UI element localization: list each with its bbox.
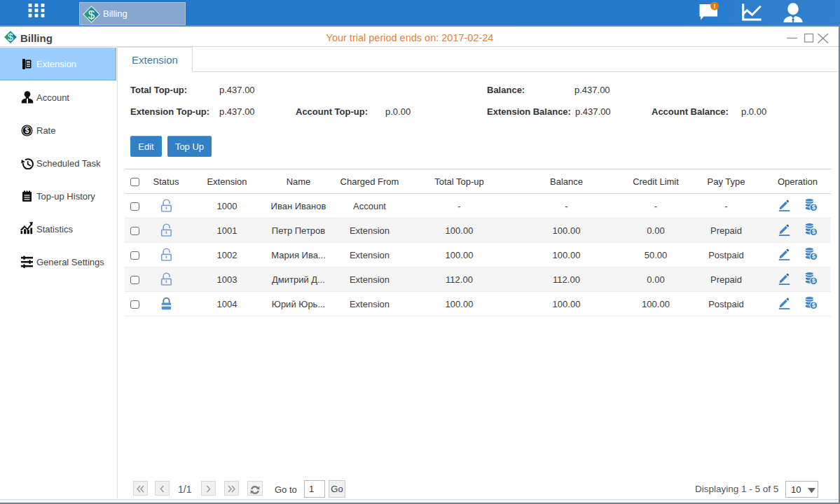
svg-text:$: $ — [25, 127, 29, 134]
svg-text:$: $ — [812, 228, 815, 235]
svg-text:$: $ — [88, 8, 95, 22]
svg-text:$: $ — [812, 277, 815, 284]
svg-text:$: $ — [812, 253, 815, 260]
svg-text:!: ! — [714, 3, 716, 10]
svg-text:$: $ — [812, 204, 815, 211]
svg-text:$: $ — [812, 302, 815, 309]
